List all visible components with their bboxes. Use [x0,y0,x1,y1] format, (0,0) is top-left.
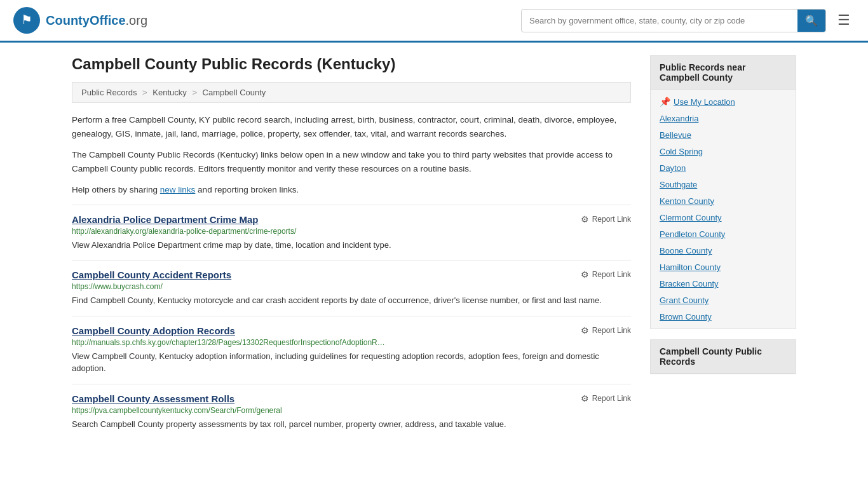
search-input[interactable] [522,11,797,30]
sidebar-item-dayton: Dayton [651,159,796,176]
record-entry-0: Alexandria Police Department Crime Map ⚙… [72,205,631,261]
breadcrumb: Public Records > Kentucky > Campbell Cou… [72,82,631,103]
nearby-link-4[interactable]: Southgate [660,180,697,189]
logo-text: CountyOffice.org [46,13,147,28]
nearby-header: Public Records near Campbell County [651,56,796,90]
nearby-link-5[interactable]: Kenton County [660,196,714,206]
header-right: 🔍 ☰ [521,9,855,32]
record-desc-1: Find Campbell County, Kentucky motorcycl… [72,294,631,307]
sidebar-item-clermont-county: Clermont County [651,209,796,226]
nearby-box: Public Records near Campbell County 📌 Us… [650,55,796,329]
record-url-0: http://alexandriaky.org/alexandria-polic… [72,227,631,236]
breadcrumb-kentucky[interactable]: Kentucky [153,88,186,97]
nearby-link-7[interactable]: Pendleton County [660,229,725,239]
nearby-link-11[interactable]: Grant County [660,295,709,305]
nearby-link-3[interactable]: Dayton [660,163,686,173]
nearby-link-12[interactable]: Brown County [660,312,712,322]
record-desc-2: View Campbell County, Kentucky adoption … [72,350,631,375]
sidebar-item-grant-county: Grant County [651,292,796,308]
record-entry-1: Campbell County Accident Reports ⚙ Repor… [72,260,631,316]
record-title-0[interactable]: Alexandria Police Department Crime Map [72,214,258,225]
use-my-location-link[interactable]: Use My Location [674,97,735,107]
sidebar-item-hamilton-county: Hamilton County [651,259,796,275]
record-entry-2: Campbell County Adoption Records ⚙ Repor… [72,316,631,384]
new-links-link[interactable]: new links [160,185,196,194]
record-url-3: https://pva.campbellcountykentucky.com/S… [72,406,631,415]
record-title-2[interactable]: Campbell County Adoption Records [72,325,235,336]
location-pin-icon: 📌 [660,97,670,107]
sidebar: Public Records near Campbell County 📌 Us… [650,55,796,439]
report-link-0[interactable]: ⚙ Report Link [581,214,631,224]
bottom-sidebar-box: Campbell County Public Records [650,339,796,374]
nearby-link-10[interactable]: Bracken County [660,279,719,288]
sidebar-item-southgate: Southgate [651,176,796,193]
report-icon-1: ⚙ [581,269,589,280]
page-container: Campbell County Public Records (Kentucky… [53,43,815,452]
logo-icon: ⚑ [13,6,41,34]
search-box: 🔍 [521,9,826,32]
logo-area: ⚑ CountyOffice.org [13,6,147,34]
report-link-1[interactable]: ⚙ Report Link [581,269,631,280]
nearby-link-8[interactable]: Boone County [660,246,712,255]
breadcrumb-public-records[interactable]: Public Records [81,88,137,97]
description-1: Perform a free Campbell County, KY publi… [72,113,631,140]
nearby-link-9[interactable]: Hamilton County [660,262,721,272]
nearby-list: 📌 Use My Location Alexandria Bellevue Co… [651,90,796,329]
description-3: Help others by sharing new links and rep… [72,183,631,197]
record-desc-0: View Alexandria Police Department crime … [72,239,631,252]
report-link-3[interactable]: ⚙ Report Link [581,393,631,403]
description-2: The Campbell County Public Records (Kent… [72,148,631,175]
record-title-3[interactable]: Campbell County Assessment Rolls [72,393,234,404]
search-button[interactable]: 🔍 [797,10,825,32]
main-content: Campbell County Public Records (Kentucky… [72,55,631,439]
report-icon-2: ⚙ [581,325,589,336]
record-title-1[interactable]: Campbell County Accident Reports [72,269,231,280]
svg-text:⚑: ⚑ [21,13,32,27]
report-icon-3: ⚙ [581,393,589,403]
site-header: ⚑ CountyOffice.org 🔍 ☰ [0,0,868,43]
record-entry-3: Campbell County Assessment Rolls ⚙ Repor… [72,384,631,440]
record-desc-3: Search Campbell County property assessme… [72,418,631,431]
nearby-link-1[interactable]: Bellevue [660,130,691,140]
sidebar-item-boone-county: Boone County [651,242,796,259]
menu-button[interactable]: ☰ [832,10,855,31]
sidebar-item-brown-county: Brown County [651,308,796,325]
page-title: Campbell County Public Records (Kentucky… [72,55,631,73]
sidebar-item-bracken-county: Bracken County [651,275,796,292]
breadcrumb-campbell-county[interactable]: Campbell County [203,88,266,97]
sidebar-item-pendleton-county: Pendleton County [651,226,796,242]
record-url-1: https://www.buycrash.com/ [72,282,631,291]
sidebar-item-bellevue: Bellevue [651,126,796,143]
sidebar-item-kenton-county: Kenton County [651,193,796,209]
report-link-2[interactable]: ⚙ Report Link [581,325,631,336]
nearby-link-6[interactable]: Clermont County [660,213,722,222]
report-icon-0: ⚙ [581,214,589,224]
record-url-2: http://manuals.sp.chfs.ky.gov/chapter13/… [72,338,631,347]
bottom-sidebar-header: Campbell County Public Records [651,340,796,374]
nearby-link-2[interactable]: Cold Spring [660,147,703,156]
nearby-link-0[interactable]: Alexandria [660,114,698,123]
sidebar-item-cold-spring: Cold Spring [651,143,796,159]
sidebar-item-alexandria: Alexandria [651,110,796,126]
use-my-location-item: 📌 Use My Location [651,93,796,110]
